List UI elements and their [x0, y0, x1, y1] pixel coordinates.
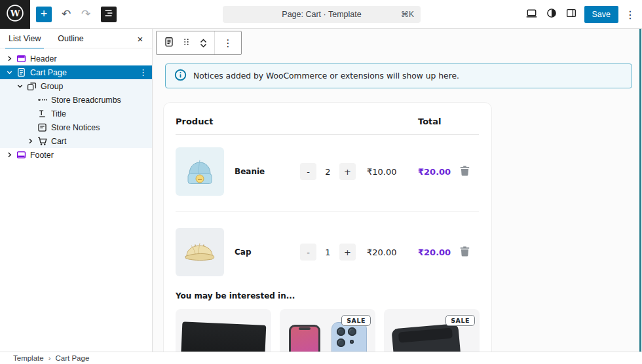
product-card-phones[interactable]: SALE [280, 309, 375, 352]
redo-icon: ↷ [81, 7, 90, 21]
contrast-icon [546, 7, 557, 22]
tree-item-store-notices[interactable]: Store Notices [0, 120, 152, 134]
product-name: Cap [235, 247, 252, 257]
tab-list-view[interactable]: List View [0, 29, 49, 48]
breadcrumb-cart-page: Cart Page [56, 354, 90, 362]
block-tree: Header Cart Page ⋮ Group Store Breadcrum… [0, 48, 152, 162]
wordpress-logo-button[interactable]: W [0, 0, 30, 29]
tree-item-cart[interactable]: Cart [0, 134, 152, 148]
product-image-beanie [176, 147, 224, 196]
chevron-down-icon[interactable] [14, 82, 25, 90]
editor-canvas: ⋮ Notices added by WooCommerce or extens… [153, 29, 642, 352]
document-title-button[interactable]: Page: Cart · Template ⌘K [223, 6, 421, 23]
list-view-toggle-button[interactable] [101, 7, 117, 22]
ellipsis-icon: ⋮ [139, 67, 147, 77]
topbar-right-tools: Save ⋮ [523, 0, 639, 29]
camera-lens [348, 327, 356, 336]
notice-text: Notices added by WooCommerce or extensio… [193, 71, 459, 81]
save-button[interactable]: Save [584, 6, 619, 23]
block-toolbar-group: ⋮ [214, 31, 241, 54]
title-block-icon [35, 108, 49, 119]
editor-topbar: W + ↶ ↷ Page: Cart · Template ⌘K [0, 0, 642, 29]
laptop-icon [525, 7, 538, 22]
chevron-right-icon[interactable] [25, 137, 35, 145]
quantity-value[interactable]: 2 [316, 163, 339, 180]
block-inserter-button[interactable]: + [36, 7, 52, 22]
style-book-button[interactable] [542, 5, 561, 24]
breadcrumb-template[interactable]: Template [13, 354, 44, 362]
quantity-increase-button[interactable]: + [339, 244, 356, 261]
camera-lens [350, 340, 354, 344]
product-card-tv[interactable] [176, 309, 271, 352]
block-type-button[interactable] [160, 32, 178, 54]
product-name: Beanie [235, 167, 265, 176]
quantity-decrease-button[interactable]: - [300, 163, 316, 180]
unit-price: ₹10.00 [367, 163, 397, 180]
quantity-value[interactable]: 1 [316, 244, 339, 261]
info-icon [174, 69, 187, 84]
camera-lens [337, 327, 345, 336]
phone-pink-image [289, 325, 320, 352]
undo-button[interactable]: ↶ [58, 7, 74, 22]
quantity-increase-button[interactable]: + [339, 163, 356, 180]
redo-button[interactable]: ↷ [78, 7, 94, 22]
product-card-speaker[interactable]: SALE [384, 309, 480, 352]
store-notices-placeholder[interactable]: Notices added by WooCommerce or extensio… [165, 64, 632, 88]
move-down-icon [199, 43, 208, 48]
quantity-decrease-button[interactable]: - [300, 244, 316, 261]
cross-sells-products: SALE SALE [176, 309, 480, 352]
list-view-sidebar: List View Outline × Header Cart Page ⋮ G… [0, 29, 153, 352]
tree-item-group[interactable]: Group [0, 79, 152, 93]
block-options-button[interactable]: ⋮ [139, 65, 147, 79]
cross-sells-heading: You may be interested in... [176, 291, 295, 300]
list-view-tabs: List View Outline × [0, 29, 152, 48]
ellipsis-icon: ⋮ [625, 9, 635, 21]
remove-item-button[interactable] [460, 165, 470, 179]
tab-outline[interactable]: Outline [49, 29, 92, 48]
tree-item-title[interactable]: Title [0, 107, 152, 120]
tree-item-label: Header [30, 54, 57, 64]
block-mover[interactable] [195, 32, 211, 54]
footer-template-part-icon [14, 149, 28, 160]
store-notices-block-icon [35, 122, 49, 133]
remove-item-button[interactable] [460, 246, 470, 259]
page-block-icon [14, 67, 28, 78]
command-shortcut: ⌘K [401, 10, 414, 19]
preview-button[interactable] [523, 5, 541, 24]
sale-badge: SALE [341, 315, 371, 326]
drag-handle[interactable] [178, 32, 195, 54]
document-breadcrumb-bar: Template › Cart Page [0, 352, 642, 364]
list-view-icon [103, 7, 115, 22]
tree-item-header[interactable]: Header [0, 52, 152, 65]
line-total: ₹20.00 [418, 244, 451, 261]
tree-item-store-breadcrumbs[interactable]: Store Breadcrumbs [0, 93, 152, 107]
settings-sidebar-toggle[interactable] [562, 5, 580, 24]
header-template-part-icon [14, 53, 28, 64]
trash-icon [460, 246, 470, 257]
divider [176, 134, 479, 135]
block-options-button[interactable]: ⋮ [218, 31, 238, 54]
speaker-lid [398, 328, 453, 343]
unit-price: ₹20.00 [367, 244, 397, 261]
options-menu-button[interactable]: ⋮ [622, 5, 638, 24]
speaker-product-image [391, 323, 464, 352]
sidebar-panel-icon [565, 7, 577, 22]
cart-block[interactable]: Product Total Beanie - 2 + [164, 103, 491, 352]
group-block-icon [25, 81, 39, 92]
svg-text:W: W [10, 8, 20, 18]
site-editor: W + ↶ ↷ Page: Cart · Template ⌘K [0, 0, 642, 364]
tree-item-cart-page[interactable]: Cart Page ⋮ [0, 65, 152, 79]
tree-item-footer[interactable]: Footer [0, 148, 152, 162]
phone-notch [299, 327, 311, 330]
cart-item-row: Beanie - 2 + ₹10.00 ₹20.00 [164, 147, 491, 196]
close-list-view-button[interactable]: × [134, 32, 147, 45]
tree-item-label: Cart Page [30, 68, 67, 77]
wordpress-icon: W [5, 3, 25, 26]
chevron-right-icon [4, 151, 14, 158]
block-toolbar-group [157, 31, 214, 54]
canvas-scrollbar[interactable] [639, 29, 641, 352]
tree-item-label: Group [41, 82, 63, 91]
cart-item-row: Cap - 1 + ₹20.00 ₹20.00 [164, 228, 491, 276]
chevron-down-icon[interactable] [4, 69, 14, 76]
tree-item-label: Store Breadcrumbs [51, 96, 121, 105]
